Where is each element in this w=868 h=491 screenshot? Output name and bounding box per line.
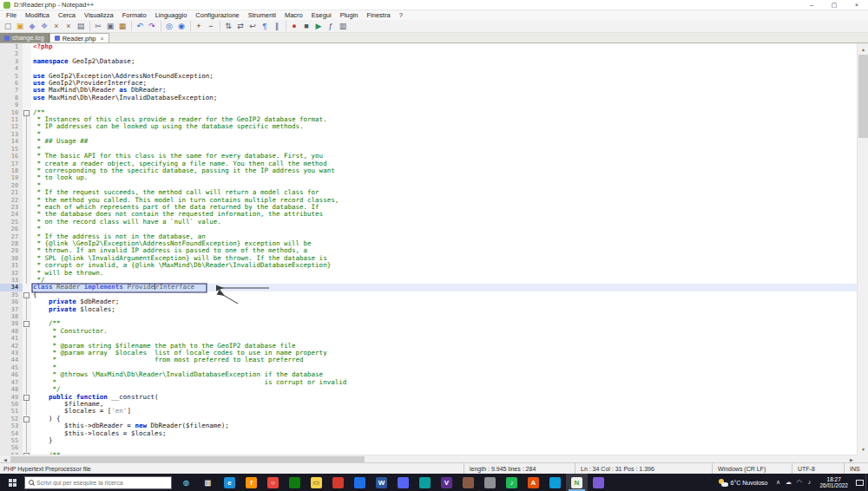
taskbar-app-gray[interactable] [479, 474, 501, 491]
fold-toggle-icon[interactable]: - [23, 395, 30, 401]
code-line[interactable]: 9 [0, 101, 857, 108]
taskbar-file-explorer[interactable]: ▭ [306, 474, 327, 491]
code-line[interactable]: 13 * [0, 131, 857, 138]
minimize-button[interactable]: – [800, 0, 823, 10]
maximize-button[interactable]: ▢ [823, 0, 845, 10]
taskbar-app-red[interactable] [327, 474, 349, 491]
code-line[interactable]: 32 * will be thrown. [0, 270, 857, 277]
status-encoding[interactable]: UTF-8 [792, 463, 844, 474]
taskbar-app-orange[interactable]: A [523, 474, 544, 491]
scroll-down-icon[interactable]: ▼ [858, 443, 868, 455]
menu-plugin[interactable]: Plugin [336, 10, 363, 20]
taskbar-visual-studio[interactable]: V [436, 474, 457, 491]
sync-horizontal-icon[interactable]: ⇄ [235, 21, 247, 32]
taskbar-search[interactable] [24, 476, 172, 489]
find-icon[interactable]: ◎ [164, 21, 175, 32]
code-editor[interactable]: 1<?php23namespace GeoIp2\Database;45use … [0, 43, 857, 455]
new-file-icon[interactable]: ▢ [3, 21, 14, 32]
replace-icon[interactable]: ◉ [176, 21, 187, 32]
fold-toggle-icon[interactable]: - [23, 416, 30, 422]
tray-chevron-icon[interactable]: ∧ [773, 479, 783, 486]
open-file-icon[interactable]: ▣ [15, 21, 26, 32]
save-icon[interactable]: ◆ [27, 21, 38, 32]
fold-toggle-icon[interactable]: - [23, 321, 30, 327]
code-line[interactable]: 14 * ## Usage ## [0, 138, 857, 145]
fold-margin-cell[interactable]: - [23, 416, 31, 422]
network-icon[interactable]: ◠ [793, 479, 804, 486]
taskbar-app-brown[interactable] [457, 474, 479, 491]
undo-icon[interactable]: ↶ [135, 21, 146, 32]
taskbar-task-view[interactable]: ▥ [197, 474, 219, 491]
redo-icon[interactable]: ↷ [147, 21, 158, 32]
taskbar-chrome[interactable]: ○ [262, 474, 284, 491]
menu-[interactable]: ? [395, 10, 407, 20]
code-line[interactable]: 34class Reader implements ProviderInterf… [0, 284, 857, 291]
close-button[interactable]: × [845, 0, 868, 10]
volume-icon[interactable]: ♪ [804, 479, 814, 486]
taskbar-cortana[interactable]: ◎ [175, 474, 197, 491]
status-insert-mode[interactable]: INS [844, 463, 868, 474]
document-map-icon[interactable]: ▥ [338, 21, 349, 32]
code-line[interactable]: 8use MaxMind\Db\Reader\InvalidDatabaseEx… [0, 95, 857, 101]
copy-icon[interactable]: ▣ [105, 21, 116, 32]
close-all-icon[interactable]: × [63, 21, 75, 32]
vertical-scrollbar[interactable]: ▲ ▼ [857, 43, 868, 455]
fold-margin-cell[interactable]: - [23, 320, 31, 327]
code-line[interactable]: 36 private $dbReader; [0, 298, 857, 305]
code-line[interactable]: 18 * corresponding to the specific datab… [0, 167, 857, 174]
code-line[interactable]: 47 * is corrupt or invalid [0, 379, 857, 386]
code-line[interactable]: 51 $locales = ['en'] [0, 408, 857, 415]
code-line[interactable]: 1<?php [0, 43, 857, 50]
zoom-in-icon[interactable]: + [194, 21, 205, 32]
taskbar-app-blue[interactable] [349, 474, 371, 491]
code-line[interactable]: 40 * Constructor. [0, 328, 857, 335]
fold-toggle-icon[interactable]: - [23, 292, 30, 298]
word-wrap-icon[interactable]: ↩ [247, 21, 259, 32]
horizontal-scrollbar-thumb[interactable] [10, 456, 365, 462]
menu-visualizza[interactable]: Visualizza [80, 10, 118, 20]
tab-change-log[interactable]: change.log [0, 33, 49, 43]
code-line[interactable]: 25 * on the record class will have a `nu… [0, 219, 857, 226]
indent-guide-icon[interactable]: ∥ [272, 21, 283, 32]
taskbar-app-teal[interactable] [414, 474, 436, 491]
code-line[interactable]: 12 * IP addresses can be looked up using… [0, 123, 857, 130]
save-all-icon[interactable]: ❖ [39, 21, 50, 32]
fold-margin-cell[interactable]: - [23, 291, 31, 298]
code-line[interactable]: 44 * from most preferred to least prefer… [0, 357, 857, 363]
code-line[interactable]: 19 * to look up. [0, 174, 857, 181]
taskbar-firefox[interactable]: f [240, 474, 262, 491]
print-icon[interactable]: ▤ [76, 21, 87, 32]
taskbar-notepadpp[interactable]: N [566, 474, 588, 491]
play-macro-icon[interactable]: ▶ [313, 21, 325, 32]
code-line[interactable]: 49- public function __construct( [0, 394, 857, 401]
menu-esegui[interactable]: Esegui [307, 10, 336, 20]
cut-icon[interactable]: ✂ [93, 21, 104, 32]
menu-cerca[interactable]: Cerca [54, 10, 80, 20]
taskbar-app-purple[interactable] [588, 474, 609, 491]
taskbar-word[interactable]: W [371, 474, 392, 491]
weather-widget[interactable]: 6°C Nuvoloso [713, 479, 773, 487]
menu-finestra[interactable]: Finestra [363, 10, 395, 20]
taskbar-app-skyblue[interactable] [544, 474, 566, 491]
scroll-up-icon[interactable]: ▲ [858, 43, 868, 55]
status-eol-format[interactable]: Windows (CR LF) [712, 463, 792, 474]
fold-toggle-icon[interactable]: - [23, 110, 30, 116]
code-line[interactable]: 38 [0, 313, 857, 320]
menu-modifica[interactable]: Modifica [21, 10, 54, 20]
taskbar-edge[interactable]: e [219, 474, 240, 491]
start-button[interactable] [0, 474, 24, 491]
menu-formato[interactable]: Formato [118, 10, 151, 20]
function-list-icon[interactable]: ƒ [326, 21, 337, 32]
taskbar-discord[interactable] [392, 474, 414, 491]
paste-icon[interactable]: ▦ [117, 21, 128, 32]
sync-vertical-icon[interactable]: ⇅ [223, 21, 234, 32]
menu-linguaggio[interactable]: Linguaggio [151, 10, 192, 20]
menu-configurazione[interactable]: Configurazione [191, 10, 243, 20]
code-line[interactable]: 56 [0, 444, 857, 451]
record-macro-icon[interactable]: ● [289, 21, 300, 32]
show-all-chars-icon[interactable]: ¶ [260, 21, 271, 32]
onedrive-icon[interactable]: ☁ [783, 479, 793, 486]
code-line[interactable]: 37 private $locales; [0, 306, 857, 313]
tab-reader-php[interactable]: Reader.php× [49, 33, 109, 43]
taskbar-clock[interactable]: 18:27 26/01/2022 [814, 476, 853, 489]
